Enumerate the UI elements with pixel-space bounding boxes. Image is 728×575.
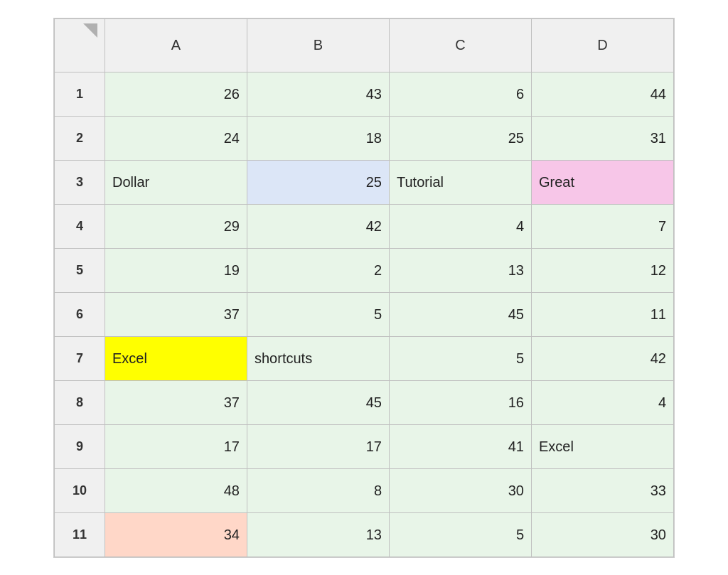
cell-a7[interactable]: Excel (105, 336, 247, 380)
cell-b3[interactable]: 25 (247, 160, 390, 204)
cell-d4[interactable]: 7 (532, 204, 674, 248)
cell-a8[interactable]: 37 (105, 380, 247, 424)
cell-a4[interactable]: 29 (105, 204, 247, 248)
cell-d5[interactable]: 12 (532, 248, 674, 292)
cell-b9[interactable]: 17 (247, 424, 390, 468)
cell-b2[interactable]: 18 (247, 116, 390, 160)
table-row: 3Dollar25TutorialGreat (55, 160, 674, 204)
row-header-1[interactable]: 1 (55, 72, 105, 116)
cell-d8[interactable]: 4 (532, 380, 674, 424)
col-header-b[interactable]: B (247, 18, 390, 72)
table-row: 83745164 (55, 380, 674, 424)
cell-d2[interactable]: 31 (532, 116, 674, 160)
cell-b7[interactable]: shortcuts (247, 336, 390, 380)
row-header-4[interactable]: 4 (55, 204, 105, 248)
cell-d9[interactable]: Excel (532, 424, 674, 468)
row-header-7[interactable]: 7 (55, 336, 105, 380)
cell-d1[interactable]: 44 (532, 72, 674, 116)
table-row: 12643644 (55, 72, 674, 116)
table-row: 63754511 (55, 292, 674, 336)
cell-d6[interactable]: 11 (532, 292, 674, 336)
table-row: 9171741Excel (55, 424, 674, 468)
row-header-5[interactable]: 5 (55, 248, 105, 292)
cell-b1[interactable]: 43 (247, 72, 390, 116)
row-header-3[interactable]: 3 (55, 160, 105, 204)
cell-a6[interactable]: 37 (105, 292, 247, 336)
cell-a5[interactable]: 19 (105, 248, 247, 292)
cell-d3[interactable]: Great (532, 160, 674, 204)
table-row: 7Excelshortcuts542 (55, 336, 674, 380)
col-header-c[interactable]: C (390, 18, 532, 72)
cell-a2[interactable]: 24 (105, 116, 247, 160)
cell-a1[interactable]: 26 (105, 72, 247, 116)
cell-c10[interactable]: 30 (390, 468, 532, 512)
cell-a10[interactable]: 48 (105, 468, 247, 512)
cell-c7[interactable]: 5 (390, 336, 532, 380)
spreadsheet: A B C D 126436442241825313Dollar25Tutori… (53, 18, 675, 558)
table-row: 224182531 (55, 116, 674, 160)
cell-c2[interactable]: 25 (390, 116, 532, 160)
col-header-a[interactable]: A (105, 18, 247, 72)
cell-a11[interactable]: 34 (105, 512, 247, 557)
corner-cell (55, 18, 105, 72)
cell-c9[interactable]: 41 (390, 424, 532, 468)
table-row: 51921312 (55, 248, 674, 292)
cell-c8[interactable]: 16 (390, 380, 532, 424)
table-row: 104883033 (55, 468, 674, 512)
cell-c6[interactable]: 45 (390, 292, 532, 336)
row-header-8[interactable]: 8 (55, 380, 105, 424)
row-header-11[interactable]: 11 (55, 512, 105, 557)
cell-c11[interactable]: 5 (390, 512, 532, 557)
cell-c3[interactable]: Tutorial (390, 160, 532, 204)
cell-b8[interactable]: 45 (247, 380, 390, 424)
row-header-10[interactable]: 10 (55, 468, 105, 512)
cell-a9[interactable]: 17 (105, 424, 247, 468)
cell-b11[interactable]: 13 (247, 512, 390, 557)
cell-a3[interactable]: Dollar (105, 160, 247, 204)
table-row: 4294247 (55, 204, 674, 248)
cell-c4[interactable]: 4 (390, 204, 532, 248)
row-header-6[interactable]: 6 (55, 292, 105, 336)
cell-d7[interactable]: 42 (532, 336, 674, 380)
cell-c1[interactable]: 6 (390, 72, 532, 116)
row-header-9[interactable]: 9 (55, 424, 105, 468)
cell-b6[interactable]: 5 (247, 292, 390, 336)
row-header-2[interactable]: 2 (55, 116, 105, 160)
cell-b4[interactable]: 42 (247, 204, 390, 248)
cell-d10[interactable]: 33 (532, 468, 674, 512)
cell-b10[interactable]: 8 (247, 468, 390, 512)
cell-c5[interactable]: 13 (390, 248, 532, 292)
cell-b5[interactable]: 2 (247, 248, 390, 292)
cell-d11[interactable]: 30 (532, 512, 674, 557)
table-row: 113413530 (55, 512, 674, 557)
col-header-d[interactable]: D (532, 18, 674, 72)
